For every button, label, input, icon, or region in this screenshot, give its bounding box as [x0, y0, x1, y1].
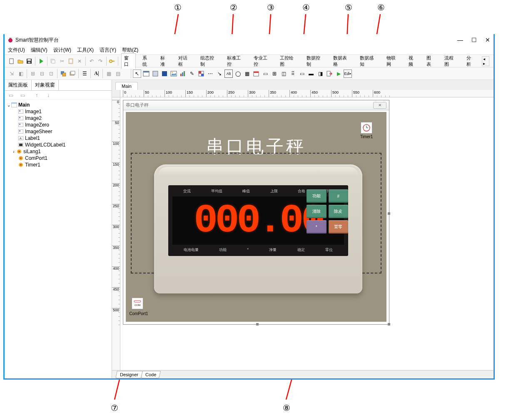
scale-key-*[interactable]: * — [307, 220, 327, 234]
comp-style-icon[interactable]: ✎ — [188, 70, 196, 78]
tab-data-aware[interactable]: 数据感知 — [357, 54, 380, 69]
comp-tab-icon[interactable]: ▭ — [298, 70, 306, 78]
tab-standard[interactable]: 标准 — [158, 54, 172, 69]
menu-design[interactable]: 设计(W) — [53, 47, 71, 54]
timer-component[interactable] — [361, 122, 372, 134]
grid1-icon[interactable]: ▦ — [105, 70, 113, 78]
pointer-icon[interactable]: ↖ — [133, 70, 141, 78]
form-close-icon[interactable]: ✕ — [373, 102, 386, 109]
tree-item[interactable]: ImageSheer — [18, 128, 110, 135]
remove-icon[interactable]: ▭ — [18, 91, 27, 99]
comp-container-icon[interactable]: ▭ — [261, 70, 269, 78]
design-tab-main[interactable]: Main — [115, 82, 138, 90]
tab-dialog[interactable]: 对话框 — [176, 54, 194, 69]
tab-config[interactable]: 组态控制 — [198, 54, 220, 69]
copy-icon[interactable] — [49, 57, 57, 65]
form-main[interactable]: 串口电子秤 ✕ 串口电子秤 交流平均值峰值上限合格下限 — [123, 100, 389, 325]
paste-icon[interactable] — [67, 57, 75, 65]
run-icon[interactable] — [37, 57, 45, 65]
tree-item[interactable]: ImageZero — [18, 122, 110, 128]
comp-dash-icon[interactable]: ⋯ — [206, 70, 214, 78]
layout3-icon[interactable]: ⊡ — [47, 70, 55, 78]
comp-layout-icon[interactable]: ▦ — [243, 70, 251, 78]
maximize-button[interactable]: ☐ — [471, 37, 477, 43]
list-icon[interactable]: ☰ — [80, 70, 89, 78]
comp-tree-icon[interactable]: ⊞ — [270, 70, 279, 78]
menu-file[interactable]: 文件(U) — [8, 47, 25, 54]
comport-component[interactable]: COM — [132, 298, 143, 309]
tab-video[interactable]: 视频 — [406, 54, 420, 69]
minimize-button[interactable]: — — [457, 37, 463, 43]
tab-pro-industrial[interactable]: 专业工控 — [251, 54, 274, 69]
tab-property-panel[interactable]: 属性面板 — [5, 80, 32, 90]
grid2-icon[interactable]: ▤ — [114, 70, 122, 78]
design-canvas[interactable]: 串口电子秤 ✕ 串口电子秤 交流平均值峰值上限合格下限 — [123, 100, 389, 325]
comp-alt-icon[interactable]: Alt — [224, 70, 233, 78]
tab-data-ctrl[interactable]: 数据控制 — [304, 54, 327, 69]
scale-key-清除[interactable]: 清除 — [307, 205, 327, 218]
tabs-scroll[interactable]: ◂ ▸ — [482, 56, 489, 66]
comp-play-icon[interactable]: ▶ — [334, 70, 343, 78]
layout2-icon[interactable]: ⊟ — [38, 70, 46, 78]
menu-tools[interactable]: 工具(X) — [77, 47, 94, 54]
comp-frame-icon[interactable] — [160, 70, 169, 78]
close-button[interactable]: ✕ — [485, 37, 490, 43]
tree-item[interactable]: WidgetLCDLabel1 — [18, 142, 110, 148]
comp-form-icon[interactable] — [142, 70, 150, 78]
comp-color-icon[interactable] — [197, 70, 205, 78]
comp-dots-icon[interactable]: ⠿ — [289, 70, 297, 78]
align-icon[interactable]: ⇲ — [7, 70, 16, 78]
comp-dock-icon[interactable]: ◨ — [316, 70, 324, 78]
comp-exit-icon[interactable] — [325, 70, 334, 78]
scale-device-image[interactable]: 交流平均值峰值上限合格下限 000.00 电池电量功能*净量稳定零位 功能#清除… — [154, 164, 362, 293]
tab-std-industrial[interactable]: 标准工控 — [224, 54, 247, 69]
comp-split-icon[interactable]: ◫ — [279, 70, 288, 78]
tab-drawing[interactable]: 工控绘图 — [277, 54, 300, 69]
new-icon[interactable] — [7, 57, 15, 65]
comp-image-icon[interactable] — [169, 70, 178, 78]
canvas-viewport[interactable]: 050100150200250300350400450500550600 050… — [112, 90, 494, 378]
tree-item[interactable]: ›siLang1 — [11, 148, 110, 155]
order-icon[interactable] — [59, 70, 67, 78]
menu-help[interactable]: 帮助(Z) — [122, 47, 138, 54]
tab-iot[interactable]: 物联网 — [384, 54, 402, 69]
layers-icon[interactable] — [68, 70, 77, 78]
tab-designer[interactable]: Designer — [115, 371, 143, 378]
layout1-icon[interactable]: ⊞ — [29, 70, 37, 78]
cut-icon[interactable]: ✂ — [58, 57, 66, 65]
key-icon[interactable] — [108, 57, 116, 65]
comp-bar-icon[interactable]: ▬ — [307, 70, 315, 78]
tree-item[interactable]: Image2 — [18, 115, 110, 122]
tab-code[interactable]: Code — [141, 371, 161, 378]
tab-analysis[interactable]: 分析 — [464, 54, 478, 69]
menu-edit[interactable]: 编辑(V) — [31, 47, 47, 54]
delete-icon[interactable]: ✕ — [76, 57, 84, 65]
comp-chart-icon[interactable] — [179, 70, 187, 78]
scale-key-置零[interactable]: 置零 — [329, 220, 349, 234]
background-image[interactable]: 串口电子秤 交流平均值峰值上限合格下限 000.00 — [126, 112, 386, 322]
tree-item[interactable]: ALabel1 — [18, 135, 110, 142]
save-icon[interactable] — [25, 57, 33, 65]
tab-window[interactable]: 窗口 — [121, 53, 136, 69]
tab-object-view[interactable]: 对象视窗 — [32, 80, 59, 90]
tree-root[interactable]: ⌄ Main — [6, 102, 110, 108]
tab-system[interactable]: 系统 — [140, 54, 154, 69]
comp-arrow-icon[interactable]: ↘ — [215, 70, 224, 78]
group-icon[interactable]: ◧ — [17, 70, 25, 78]
tree-item[interactable]: ComPort1 — [18, 155, 110, 162]
comp-circle-icon[interactable]: ◯ — [234, 70, 242, 78]
comp-panel-icon[interactable] — [151, 70, 160, 78]
tab-chart[interactable]: 图表 — [424, 54, 438, 69]
comp-calendar-icon[interactable] — [252, 70, 260, 78]
scale-key-除皮[interactable]: 除皮 — [329, 205, 349, 218]
menu-language[interactable]: 语言(Y) — [100, 47, 116, 54]
open-icon[interactable] — [16, 57, 24, 65]
add-icon[interactable]: ▭ — [7, 91, 15, 99]
scale-key-功能[interactable]: 功能 — [307, 189, 327, 203]
redo-icon[interactable]: ↷ — [96, 57, 104, 65]
down-icon[interactable]: ↓ — [44, 91, 52, 99]
scale-key-#[interactable]: # — [329, 189, 349, 203]
comp-edit-icon[interactable]: Edi▸ — [344, 70, 352, 78]
text-icon[interactable]: A| — [92, 70, 101, 78]
tree-item[interactable]: Timer1 — [18, 162, 110, 168]
